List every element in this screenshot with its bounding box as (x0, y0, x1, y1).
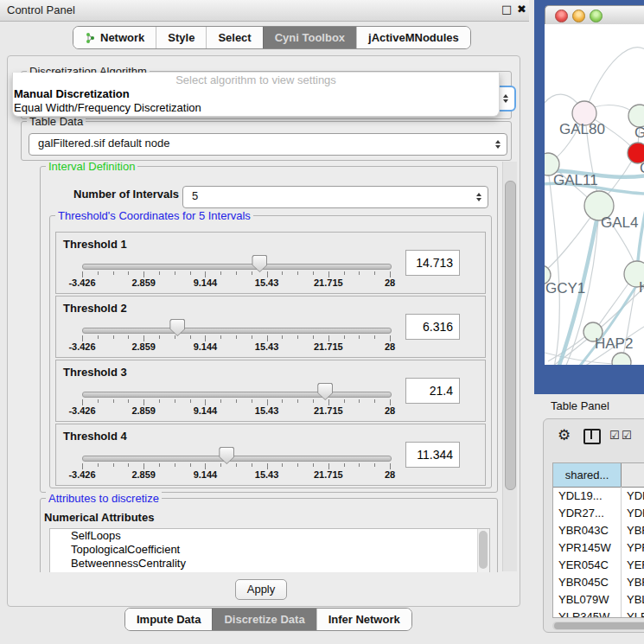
slider-ticks (82, 463, 390, 470)
list-item[interactable]: TopologicalCoefficient (50, 543, 489, 557)
tick-label: 15.43 (255, 405, 279, 416)
table-row[interactable]: YER054CYER0 (553, 557, 644, 574)
table-panel-title: Table Panel (551, 399, 609, 412)
slider-thumb-icon[interactable] (219, 447, 234, 464)
slider-ticks (82, 271, 390, 278)
tab-cyni-toolbox[interactable]: Cyni Toolbox (263, 27, 356, 48)
tab-label: Network (100, 27, 144, 48)
tick-label: 21.715 (314, 469, 343, 480)
list-item[interactable]: BetweennessCentrality (50, 557, 489, 571)
interval-definition-group: Interval Definition Number of Intervals … (40, 166, 498, 493)
slider-track[interactable] (82, 392, 392, 398)
tick-label: 28 (385, 341, 395, 352)
minimize-traffic-light-icon[interactable] (572, 10, 585, 22)
cell-shared-name: YBR043C (558, 522, 619, 539)
num-intervals-combobox[interactable]: 5 (182, 186, 488, 208)
threshold-panel: Threshold 3-3.4262.8599.14415.4321.71528… (55, 360, 486, 422)
attributes-group-title: Attributes to discretize (46, 492, 162, 505)
split-columns-icon[interactable] (583, 429, 601, 444)
tick-label: 2.859 (131, 405, 156, 416)
close-traffic-light-icon[interactable] (555, 10, 568, 22)
table-row[interactable]: YBR043CYBR0 (553, 522, 644, 539)
cell-shared-name: YDR27... (558, 505, 619, 522)
table-row[interactable]: YDR27...YDR2 (553, 505, 644, 522)
cell-shared-name: YDL19... (558, 488, 619, 505)
threshold-label: Threshold 4 (63, 430, 127, 443)
table-horizontal-scrollbar[interactable] (552, 622, 644, 630)
apply-button[interactable]: Apply (235, 579, 287, 600)
algorithm-popup: Select algorithm to view settings Manual… (12, 73, 500, 117)
node-table[interactable]: shared... n YDL19...YDL1YDR27...YDR2YBR0… (552, 462, 644, 618)
tick-label: -3.426 (68, 405, 95, 416)
slider-thumb-icon[interactable] (252, 255, 267, 272)
table-row[interactable]: YBL079WYBL0 (553, 591, 644, 609)
num-intervals-label: Number of Intervals (73, 188, 179, 201)
table-row[interactable]: YDL19...YDL1 (553, 488, 644, 505)
tab-select[interactable]: Select (206, 27, 262, 48)
threshold-panel: Threshold 1-3.4262.8599.14415.4321.71528… (55, 232, 486, 294)
tab-discretize-data[interactable]: Discretize Data (212, 609, 316, 630)
float-icon[interactable]: □ (501, 3, 512, 16)
threshold-panel: Threshold 4-3.4262.8599.14415.4321.71528… (55, 424, 486, 486)
tick-label: 15.43 (255, 277, 279, 288)
threshold-label: Threshold 3 (63, 366, 127, 379)
slider-thumb-icon[interactable] (317, 383, 333, 400)
threshold-value-field[interactable]: 14.713 (405, 250, 460, 276)
tab-label: jActiveMNodules (368, 27, 459, 48)
numerical-attributes-list[interactable]: SelfLoopsTopologicalCoefficientBetweenne… (49, 528, 490, 572)
network-window-titlebar (545, 5, 644, 26)
tab-network[interactable]: Network (73, 27, 156, 48)
table-data-combobox[interactable]: galFiltered.sif default node (29, 133, 507, 156)
settings-scrollbar[interactable] (502, 162, 517, 571)
slider-track[interactable] (82, 456, 392, 462)
tab-jactivemnodules[interactable]: jActiveMNodules (356, 27, 470, 48)
tick-label: 21.715 (314, 405, 343, 416)
column-header-name[interactable]: n (622, 463, 644, 488)
top-tab-bar: NetworkStyleSelectCyni ToolboxjActiveMNo… (73, 26, 471, 49)
tick-label: 9.144 (194, 341, 218, 352)
column-header-shared[interactable]: shared... (553, 463, 622, 488)
table-row[interactable]: YLR345WYLR3 (553, 609, 644, 618)
tick-label: 28 (385, 469, 395, 480)
algorithm-option[interactable]: Manual Discretization (13, 87, 499, 101)
tick-label: 28 (385, 277, 395, 288)
slider-track[interactable] (82, 264, 392, 270)
tab-label: Select (218, 27, 251, 48)
checkbox-checked-icon[interactable]: ☑ (609, 429, 620, 442)
cell-name: YBL0 (627, 591, 644, 609)
threshold-value-field[interactable]: 11.344 (405, 442, 460, 468)
algorithm-option[interactable]: Equal Width/Frequency Discretization (13, 101, 499, 115)
tick-label: 15.43 (255, 469, 279, 480)
list-item[interactable]: SelfLoops (50, 529, 489, 543)
table-row[interactable]: YBR045CYBR0 (553, 574, 644, 591)
cell-shared-name: YLR345W (558, 609, 619, 618)
tick-label: 21.715 (314, 341, 343, 352)
threshold-value-field[interactable]: 6.316 (405, 314, 460, 340)
network-node[interactable] (612, 353, 631, 365)
attributes-group: Attributes to discretize Numerical Attri… (40, 498, 498, 572)
cell-shared-name: YBR045C (558, 574, 619, 591)
gear-icon[interactable]: ⚙ (558, 426, 571, 443)
tab-style[interactable]: Style (156, 27, 206, 48)
network-canvas[interactable]: GAL80GACGAL11GAL4GCY1HHAP2 (545, 24, 644, 365)
tab-label: Infer Network (328, 609, 400, 630)
table-row[interactable]: YPR145WYPR1 (553, 539, 644, 557)
slider-track[interactable] (82, 328, 392, 334)
tab-infer-network[interactable]: Infer Network (316, 609, 411, 630)
table-panel: ⚙ ☑ ☑ shared... n YDL19...YDL1YDR27...YD… (543, 418, 644, 633)
threshold-value-field[interactable]: 21.4 (405, 378, 460, 404)
threshold-label: Threshold 2 (63, 302, 127, 315)
checkbox-checked-icon[interactable]: ☑ (622, 429, 632, 442)
list-scrollbar[interactable] (477, 529, 489, 572)
interval-definition-title: Interval Definition (46, 161, 137, 173)
num-intervals-value: 5 (192, 187, 198, 206)
network-icon (85, 32, 96, 44)
close-icon[interactable]: ✖ (517, 3, 526, 16)
tab-label: Style (168, 27, 194, 48)
tab-impute-data[interactable]: Impute Data (125, 609, 212, 630)
slider-thumb-icon[interactable] (169, 319, 185, 336)
panel-titlebar: Control Panel □ ✖ (0, 0, 529, 22)
network-node-label: GCY1 (545, 280, 585, 296)
zoom-traffic-light-icon[interactable] (590, 10, 603, 22)
network-edge (594, 105, 633, 112)
